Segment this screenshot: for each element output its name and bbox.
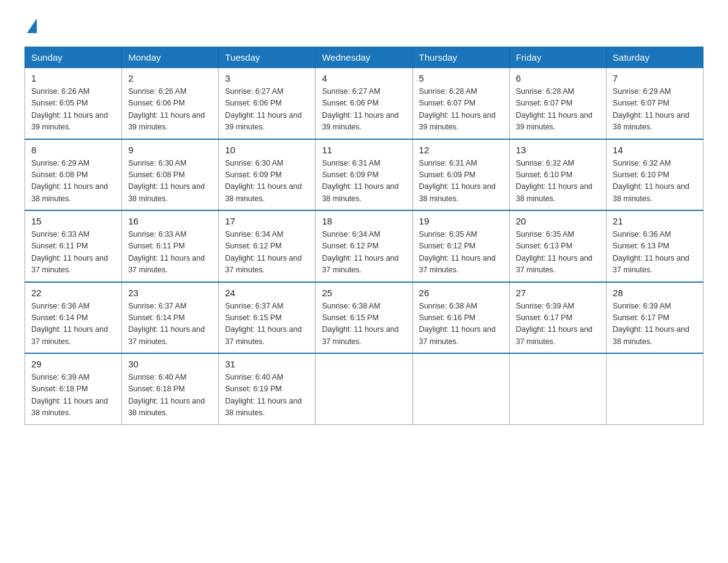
calendar-cell: 27Sunrise: 6:39 AMSunset: 6:17 PMDayligh…: [509, 282, 606, 354]
day-number: 17: [225, 216, 309, 226]
calendar-cell: 8Sunrise: 6:29 AMSunset: 6:08 PMDaylight…: [25, 139, 122, 211]
calendar-cell: [412, 353, 509, 424]
day-info: Sunrise: 6:29 AMSunset: 6:07 PMDaylight:…: [613, 86, 697, 134]
day-info: Sunrise: 6:30 AMSunset: 6:08 PMDaylight:…: [128, 158, 212, 205]
day-number: 16: [128, 216, 212, 226]
day-number: 26: [419, 288, 503, 298]
day-info: Sunrise: 6:30 AMSunset: 6:09 PMDaylight:…: [225, 158, 309, 205]
day-number: 1: [31, 73, 115, 83]
day-info: Sunrise: 6:31 AMSunset: 6:09 PMDaylight:…: [419, 158, 503, 205]
day-info: Sunrise: 6:37 AMSunset: 6:15 PMDaylight:…: [225, 301, 309, 348]
calendar-cell: 16Sunrise: 6:33 AMSunset: 6:11 PMDayligh…: [122, 210, 219, 282]
day-info: Sunrise: 6:40 AMSunset: 6:19 PMDaylight:…: [225, 372, 309, 419]
day-info: Sunrise: 6:36 AMSunset: 6:13 PMDaylight:…: [613, 229, 697, 277]
calendar-week-row-5: 29Sunrise: 6:39 AMSunset: 6:18 PMDayligh…: [25, 353, 703, 424]
day-info: Sunrise: 6:39 AMSunset: 6:18 PMDaylight:…: [31, 372, 115, 419]
calendar-cell: 2Sunrise: 6:26 AMSunset: 6:06 PMDaylight…: [122, 68, 219, 139]
day-info: Sunrise: 6:27 AMSunset: 6:06 PMDaylight:…: [322, 86, 406, 134]
calendar-cell: 22Sunrise: 6:36 AMSunset: 6:14 PMDayligh…: [25, 282, 122, 354]
day-number: 25: [322, 288, 406, 298]
calendar-cell: 1Sunrise: 6:26 AMSunset: 6:05 PMDaylight…: [25, 68, 122, 139]
calendar-cell: [606, 353, 703, 424]
day-number: 23: [128, 288, 212, 298]
logo: [25, 18, 37, 34]
day-number: 5: [419, 73, 503, 83]
day-info: Sunrise: 6:28 AMSunset: 6:07 PMDaylight:…: [419, 86, 503, 134]
day-number: 20: [516, 216, 600, 226]
calendar-cell: 6Sunrise: 6:28 AMSunset: 6:07 PMDaylight…: [509, 68, 606, 139]
calendar-cell: 17Sunrise: 6:34 AMSunset: 6:12 PMDayligh…: [219, 210, 316, 282]
calendar-header-wednesday: Wednesday: [316, 47, 412, 68]
day-number: 18: [322, 216, 406, 226]
day-number: 3: [225, 73, 309, 83]
day-info: Sunrise: 6:33 AMSunset: 6:11 PMDaylight:…: [31, 229, 115, 277]
calendar-week-row-3: 15Sunrise: 6:33 AMSunset: 6:11 PMDayligh…: [25, 210, 703, 282]
day-number: 9: [128, 145, 212, 155]
day-info: Sunrise: 6:26 AMSunset: 6:05 PMDaylight:…: [31, 86, 115, 134]
calendar-cell: 21Sunrise: 6:36 AMSunset: 6:13 PMDayligh…: [606, 210, 703, 282]
calendar-cell: 14Sunrise: 6:32 AMSunset: 6:10 PMDayligh…: [606, 139, 703, 211]
calendar-cell: [509, 353, 606, 424]
day-info: Sunrise: 6:32 AMSunset: 6:10 PMDaylight:…: [613, 158, 697, 205]
calendar-week-row-4: 22Sunrise: 6:36 AMSunset: 6:14 PMDayligh…: [25, 282, 703, 354]
day-number: 7: [613, 73, 697, 83]
day-number: 28: [613, 288, 697, 298]
day-number: 22: [31, 288, 115, 298]
day-info: Sunrise: 6:38 AMSunset: 6:16 PMDaylight:…: [419, 301, 503, 348]
day-info: Sunrise: 6:26 AMSunset: 6:06 PMDaylight:…: [128, 86, 212, 134]
day-number: 8: [31, 145, 115, 155]
page-header: [25, 18, 703, 34]
calendar-cell: 29Sunrise: 6:39 AMSunset: 6:18 PMDayligh…: [25, 353, 122, 424]
calendar-cell: 11Sunrise: 6:31 AMSunset: 6:09 PMDayligh…: [316, 139, 412, 211]
day-info: Sunrise: 6:29 AMSunset: 6:08 PMDaylight:…: [31, 158, 115, 205]
day-info: Sunrise: 6:37 AMSunset: 6:14 PMDaylight:…: [128, 301, 212, 348]
calendar-cell: 12Sunrise: 6:31 AMSunset: 6:09 PMDayligh…: [412, 139, 509, 211]
day-number: 2: [128, 73, 212, 83]
calendar-header-row: SundayMondayTuesdayWednesdayThursdayFrid…: [25, 47, 703, 68]
day-info: Sunrise: 6:34 AMSunset: 6:12 PMDaylight:…: [225, 229, 309, 277]
day-number: 19: [419, 216, 503, 226]
calendar-cell: 26Sunrise: 6:38 AMSunset: 6:16 PMDayligh…: [412, 282, 509, 354]
calendar-cell: 5Sunrise: 6:28 AMSunset: 6:07 PMDaylight…: [412, 68, 509, 139]
day-info: Sunrise: 6:36 AMSunset: 6:14 PMDaylight:…: [31, 301, 115, 348]
calendar-header-monday: Monday: [122, 47, 219, 68]
calendar-cell: 10Sunrise: 6:30 AMSunset: 6:09 PMDayligh…: [219, 139, 316, 211]
day-info: Sunrise: 6:35 AMSunset: 6:12 PMDaylight:…: [419, 229, 503, 277]
day-info: Sunrise: 6:34 AMSunset: 6:12 PMDaylight:…: [322, 229, 406, 277]
day-number: 13: [516, 145, 600, 155]
day-number: 10: [225, 145, 309, 155]
day-info: Sunrise: 6:38 AMSunset: 6:15 PMDaylight:…: [322, 301, 406, 348]
day-info: Sunrise: 6:32 AMSunset: 6:10 PMDaylight:…: [516, 158, 600, 205]
calendar-cell: 19Sunrise: 6:35 AMSunset: 6:12 PMDayligh…: [412, 210, 509, 282]
day-info: Sunrise: 6:31 AMSunset: 6:09 PMDaylight:…: [322, 158, 406, 205]
calendar-header-friday: Friday: [509, 47, 606, 68]
calendar-cell: 23Sunrise: 6:37 AMSunset: 6:14 PMDayligh…: [122, 282, 219, 354]
calendar-header-sunday: Sunday: [25, 47, 122, 68]
calendar-cell: 13Sunrise: 6:32 AMSunset: 6:10 PMDayligh…: [509, 139, 606, 211]
day-info: Sunrise: 6:40 AMSunset: 6:18 PMDaylight:…: [128, 372, 212, 419]
day-info: Sunrise: 6:33 AMSunset: 6:11 PMDaylight:…: [128, 229, 212, 277]
day-number: 6: [516, 73, 600, 83]
calendar-week-row-1: 1Sunrise: 6:26 AMSunset: 6:05 PMDaylight…: [25, 68, 703, 139]
calendar-cell: 25Sunrise: 6:38 AMSunset: 6:15 PMDayligh…: [316, 282, 412, 354]
calendar-header-thursday: Thursday: [412, 47, 509, 68]
day-info: Sunrise: 6:39 AMSunset: 6:17 PMDaylight:…: [613, 301, 697, 348]
day-number: 14: [613, 145, 697, 155]
calendar-cell: 7Sunrise: 6:29 AMSunset: 6:07 PMDaylight…: [606, 68, 703, 139]
day-number: 15: [31, 216, 115, 226]
day-number: 12: [419, 145, 503, 155]
calendar-cell: 18Sunrise: 6:34 AMSunset: 6:12 PMDayligh…: [316, 210, 412, 282]
calendar-cell: [316, 353, 412, 424]
day-number: 30: [128, 359, 212, 369]
day-number: 21: [613, 216, 697, 226]
day-number: 11: [322, 145, 406, 155]
calendar-table: SundayMondayTuesdayWednesdayThursdayFrid…: [25, 47, 703, 425]
calendar-cell: 20Sunrise: 6:35 AMSunset: 6:13 PMDayligh…: [509, 210, 606, 282]
day-info: Sunrise: 6:35 AMSunset: 6:13 PMDaylight:…: [516, 229, 600, 277]
day-number: 27: [516, 288, 600, 298]
calendar-cell: 3Sunrise: 6:27 AMSunset: 6:06 PMDaylight…: [219, 68, 316, 139]
calendar-header-saturday: Saturday: [606, 47, 703, 68]
calendar-cell: 9Sunrise: 6:30 AMSunset: 6:08 PMDaylight…: [122, 139, 219, 211]
day-info: Sunrise: 6:28 AMSunset: 6:07 PMDaylight:…: [516, 86, 600, 134]
calendar-cell: 15Sunrise: 6:33 AMSunset: 6:11 PMDayligh…: [25, 210, 122, 282]
